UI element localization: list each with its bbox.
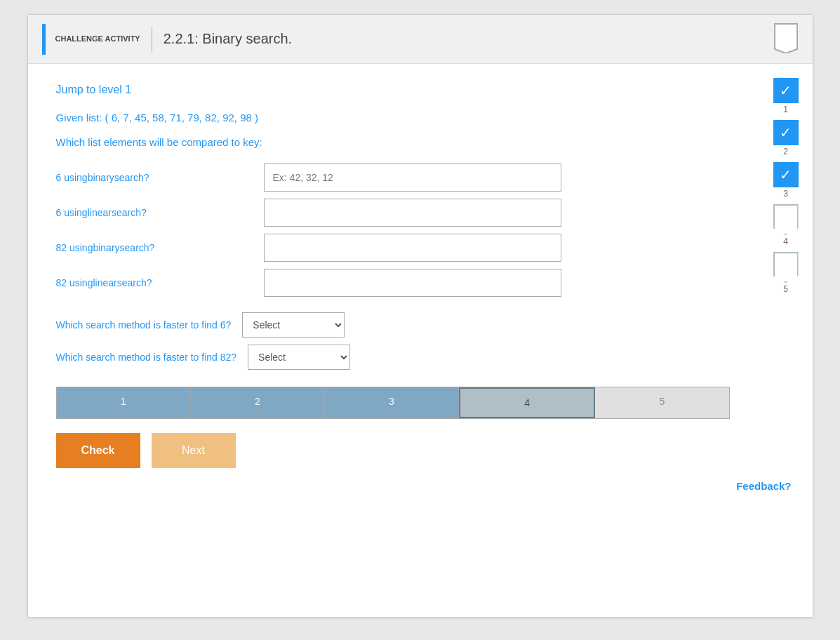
given-list-suffix: ) [252,112,258,124]
level-indicators: ✓ 1 ✓ 2 ✓ 3 4 5 [773,78,799,294]
input-row4[interactable] [264,269,561,297]
main-content: ✓ 1 ✓ 2 ✓ 3 4 5 Jump [28,64,813,509]
level-3-num: 3 [783,189,788,199]
level-5-num: 5 [783,284,788,294]
row4-suffix: search? [117,277,152,288]
level-1-num: 1 [783,105,788,114]
jump-link[interactable]: Jump to level 1 [56,84,132,96]
dd2-suffix: ? [231,352,236,363]
next-button[interactable]: Next [152,433,236,468]
form-label-row1: 6 using binary search? [56,164,253,192]
challenge-label: CHALLENGE ACTIVITY [55,34,140,44]
main-container: CHALLENGE ACTIVITY 2.2.1: Binary search.… [27,14,813,618]
level-3-check: ✓ [773,162,799,187]
progress-seg-5[interactable]: 5 [595,387,728,418]
dropdown1-select[interactable]: Select Binary search Linear search Same … [242,312,345,338]
level-item-4: 4 [773,204,799,246]
form-label-row2: 6 using linear search? [56,199,253,227]
progress-seg-2[interactable]: 2 [191,387,325,418]
row1-highlight: binary [88,172,114,183]
level-2-check: ✓ [773,120,799,145]
row3-suffix: search? [120,242,155,253]
header: CHALLENGE ACTIVITY 2.2.1: Binary search. [28,15,813,64]
bookmark-icon [773,22,799,53]
header-title: 2.2.1: Binary search. [164,31,292,47]
input-row3[interactable] [264,234,561,262]
level-5-badge [773,252,799,283]
progress-seg-3[interactable]: 3 [325,387,459,418]
row1-suffix: search? [114,172,149,183]
header-accent [42,24,46,55]
level-item-3: ✓ 3 [773,162,799,199]
input-row2[interactable] [264,199,561,227]
row4-highlight: linear [93,277,116,288]
level-item-5: 5 [773,252,799,294]
row3-highlight: binary [93,242,119,253]
dd1-prefix: Which search method is faster to find [56,319,220,331]
given-list: Given list: ( 6, 7, 45, 58, 71, 79, 82, … [56,112,785,124]
buttons-row: Check Next [56,433,785,468]
progress-seg-1[interactable]: 1 [57,387,191,418]
form-grid: 6 using binary search? 6 using linear se… [56,164,561,297]
level-2-num: 2 [783,147,788,156]
row2-highlight: linear [88,207,112,218]
question-text: Which list elements will be compared to … [56,136,262,148]
level-1-check: ✓ [773,78,799,103]
row4-prefix: 82 using [56,277,93,288]
dropdown1-label: Which search method is faster to find 6? [56,319,232,331]
dd2-prefix: Which search method is faster to find [56,352,220,363]
dropdown2-select[interactable]: Select Binary search Linear search Same … [248,345,350,370]
row1-prefix: 6 using [56,172,88,183]
dropdown2-label: Which search method is faster to find 82… [56,352,237,363]
given-list-values: 6, 7, 45, 58, 71, 79, 82, 92, 98 [112,112,252,124]
dd2-highlight: 82 [220,352,232,363]
row2-prefix: 6 using [56,207,88,218]
form-label-row3: 82 using binary search? [56,234,253,262]
progress-seg-4[interactable]: 4 [459,387,595,418]
dropdown-row-2: Which search method is faster to find 82… [56,345,785,370]
feedback-link[interactable]: Feedback? [736,480,791,492]
given-list-prefix: Given list: ( [56,112,112,124]
progress-bar: 1 2 3 4 5 [56,387,730,419]
dropdown-row-1: Which search method is faster to find 6?… [56,312,785,338]
check-button[interactable]: Check [56,433,140,468]
level-4-num: 4 [783,236,788,246]
level-4-badge [773,204,799,235]
row3-prefix: 82 using [56,242,93,253]
dd1-highlight: 6 [220,319,226,331]
row2-suffix: search? [112,207,147,218]
level-item-2: ✓ 2 [773,120,799,156]
dd1-suffix: ? [226,319,232,331]
header-divider [152,27,152,52]
form-label-row4: 82 using linear search? [56,269,253,297]
input-row1[interactable] [264,164,561,192]
level-item-1: ✓ 1 [773,78,799,114]
question-label: Which list elements will be compared to … [56,136,785,148]
